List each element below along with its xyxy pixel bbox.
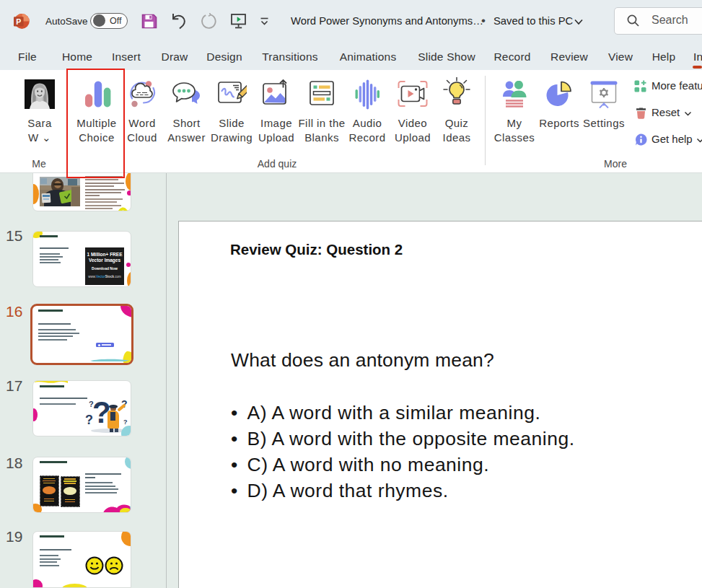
- svg-text:P: P: [16, 17, 21, 26]
